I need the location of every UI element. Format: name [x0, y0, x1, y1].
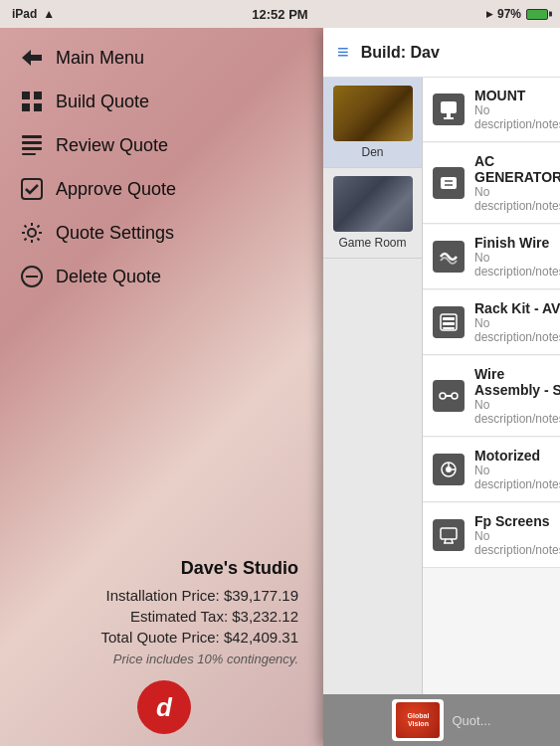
right-panel-header: ≡ Build: Dav: [323, 28, 560, 78]
sidebar-item-label-review-quote: Review Quote: [56, 135, 168, 156]
svg-rect-2: [34, 92, 42, 99]
svg-rect-14: [447, 113, 451, 117]
room-item-den[interactable]: Den: [323, 78, 422, 168]
item-name-ac: AC GENERATOR: [474, 153, 560, 185]
left-panel: Main Menu Build Quote: [0, 28, 328, 746]
svg-point-27: [446, 466, 452, 472]
app-logo: d: [137, 680, 191, 734]
screen-icon-box: [433, 519, 465, 551]
bluetooth-icon: ▸: [486, 7, 492, 21]
wasm-icon-box: [433, 380, 465, 412]
list-item[interactable]: Finish Wire No description/notes.: [423, 225, 560, 289]
item-info-wire: Finish Wire No description/notes.: [474, 235, 560, 279]
menu-list: Main Menu Build Quote: [0, 28, 328, 298]
estimated-tax: Estimated Tax: $3,232.12: [20, 608, 298, 625]
content-row: Den Game Room MOUNT No description/notes…: [323, 78, 560, 694]
minus-circle-icon: [20, 265, 44, 288]
device-label: iPad: [12, 7, 37, 21]
list-item[interactable]: AC GENERATOR No description/notes.: [423, 143, 560, 224]
item-desc-wasm: No description/notes.: [474, 398, 560, 426]
studio-name: Dave's Studio: [20, 558, 298, 579]
list-item[interactable]: Wire Assembly - S No description/notes.: [423, 356, 560, 437]
item-desc-wire: No description/notes.: [474, 251, 560, 279]
sidebar-item-label-approve-quote: Approve Quote: [56, 179, 176, 200]
svg-rect-4: [34, 103, 42, 111]
sidebar-item-label-delete-quote: Delete Quote: [56, 267, 161, 287]
rooms-column: Den Game Room: [323, 78, 423, 694]
svg-rect-7: [22, 147, 42, 150]
room-item-game-room[interactable]: Game Room: [323, 168, 422, 259]
status-time: 12:52 PM: [252, 7, 307, 22]
svg-rect-1: [22, 92, 30, 99]
rack-icon-box: [433, 306, 465, 338]
svg-rect-21: [443, 322, 455, 325]
svg-rect-15: [444, 117, 454, 119]
check-icon: [20, 177, 44, 201]
item-info-rack: Rack Kit - AV No description/notes.: [474, 300, 560, 344]
item-info-mount: MOUNT No description/notes.: [474, 88, 560, 131]
sidebar-item-delete-quote[interactable]: Delete Quote: [0, 255, 328, 298]
ac-icon-box: [433, 167, 465, 199]
contingency-note: Price includes 10% contingency.: [20, 652, 298, 666]
svg-rect-6: [22, 141, 42, 144]
sidebar-item-review-quote[interactable]: Review Quote: [0, 123, 328, 167]
arrow-left-icon: [20, 46, 44, 70]
item-desc-mount: No description/notes.: [474, 103, 560, 131]
gear-icon: [20, 221, 44, 245]
room-thumbnail-game-room: [333, 176, 413, 232]
svg-rect-20: [443, 317, 455, 320]
item-desc-screen: No description/notes.: [474, 529, 560, 557]
sidebar-item-quote-settings[interactable]: Quote Settings: [0, 211, 328, 255]
battery-percent: 97%: [497, 7, 521, 21]
sidebar-item-main-menu[interactable]: Main Menu: [0, 36, 328, 80]
item-name-screen: Fp Screens: [474, 513, 560, 529]
status-bar: iPad ▲ 12:52 PM ▸ 97%: [0, 0, 560, 28]
svg-rect-30: [441, 528, 457, 539]
motor-icon-box: [433, 454, 465, 485]
list-icon: [20, 133, 44, 157]
item-desc-rack: No description/notes.: [474, 316, 560, 344]
item-info-wasm: Wire Assembly - S No description/notes.: [474, 366, 560, 426]
item-name-wire: Finish Wire: [474, 235, 560, 251]
item-info-screen: Fp Screens No description/notes.: [474, 513, 560, 557]
svg-rect-8: [22, 153, 36, 155]
footer-logo-box: GlobalVision: [392, 699, 444, 741]
svg-rect-13: [441, 101, 457, 113]
sidebar-item-approve-quote[interactable]: Approve Quote: [0, 167, 328, 211]
svg-marker-0: [22, 50, 42, 66]
item-info-ac: AC GENERATOR No description/notes.: [474, 153, 560, 213]
item-name-motor: Motorized: [474, 448, 560, 464]
room-label-game-room: Game Room: [329, 236, 416, 250]
room-label-den: Den: [329, 145, 416, 159]
installation-price: Installation Price: $39,177.19: [20, 587, 298, 604]
list-item[interactable]: Fp Screens No description/notes.: [423, 503, 560, 568]
svg-rect-9: [22, 179, 42, 199]
right-panel: ≡ Build: Dav Den Game Room MOUNT: [323, 28, 560, 746]
right-panel-title: Build: Dav: [361, 44, 440, 62]
list-item[interactable]: MOUNT No description/notes.: [423, 78, 560, 142]
quote-info-section: Dave's Studio Installation Price: $39,17…: [0, 558, 318, 666]
footer-logo: GlobalVision: [396, 702, 440, 738]
room-thumbnail-den: [333, 86, 413, 141]
sidebar-item-label-quote-settings: Quote Settings: [56, 223, 174, 244]
item-desc-motor: No description/notes.: [474, 464, 560, 491]
sidebar-item-label-build-quote: Build Quote: [56, 92, 149, 112]
battery-icon: [526, 9, 548, 20]
list-item[interactable]: Rack Kit - AV No description/notes.: [423, 290, 560, 355]
footer-quote-label: Quot...: [452, 713, 490, 728]
svg-point-10: [28, 229, 36, 237]
grid-icon: [20, 90, 44, 113]
hamburger-icon[interactable]: ≡: [337, 41, 349, 64]
items-column: MOUNT No description/notes. AC GENERATOR…: [423, 78, 560, 694]
list-item[interactable]: Motorized No description/notes.: [423, 438, 560, 502]
item-name-wasm: Wire Assembly - S: [474, 366, 560, 398]
item-name-mount: MOUNT: [474, 88, 560, 103]
svg-point-23: [440, 393, 446, 399]
sidebar-item-label-main-menu: Main Menu: [56, 48, 144, 69]
svg-rect-3: [22, 103, 30, 111]
wifi-icon: ▲: [43, 7, 55, 21]
svg-point-24: [452, 393, 458, 399]
svg-rect-16: [441, 177, 457, 189]
sidebar-item-build-quote[interactable]: Build Quote: [0, 80, 328, 123]
wire-icon-box: [433, 241, 465, 273]
